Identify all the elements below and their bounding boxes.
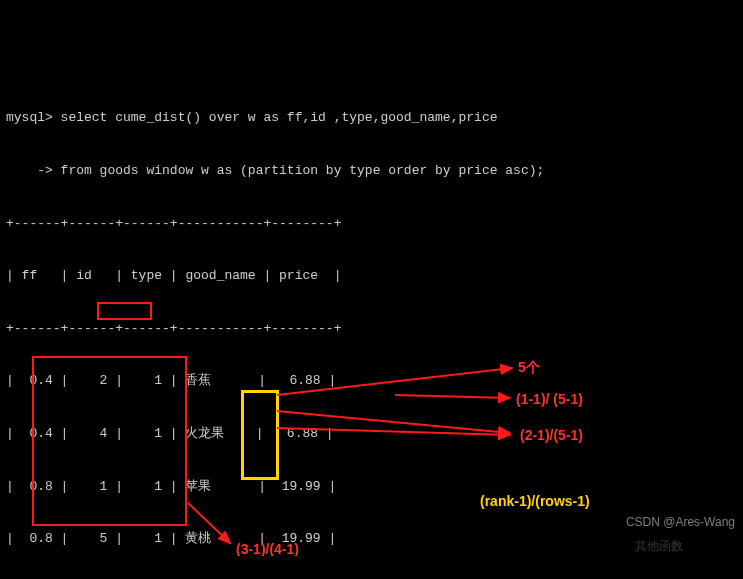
anno-f2: (2-1)/(5-1)	[520, 426, 583, 445]
arrow-to-f3	[0, 0, 743, 556]
anno-formula: (rank-1)/(rows-1)	[480, 492, 590, 511]
terminal-window: mysql> select cume_dist() over w as ff,i…	[0, 0, 743, 556]
anno-f1: (1-1)/ (5-1)	[516, 390, 583, 409]
svg-line-4	[188, 503, 230, 543]
anno-f3: (3-1)/(4-1)	[236, 540, 299, 556]
anno-count5: 5个	[518, 358, 540, 377]
watermark: CSDN @Ares-Wang	[626, 514, 735, 530]
ghost-label: 其他函数	[635, 538, 683, 554]
